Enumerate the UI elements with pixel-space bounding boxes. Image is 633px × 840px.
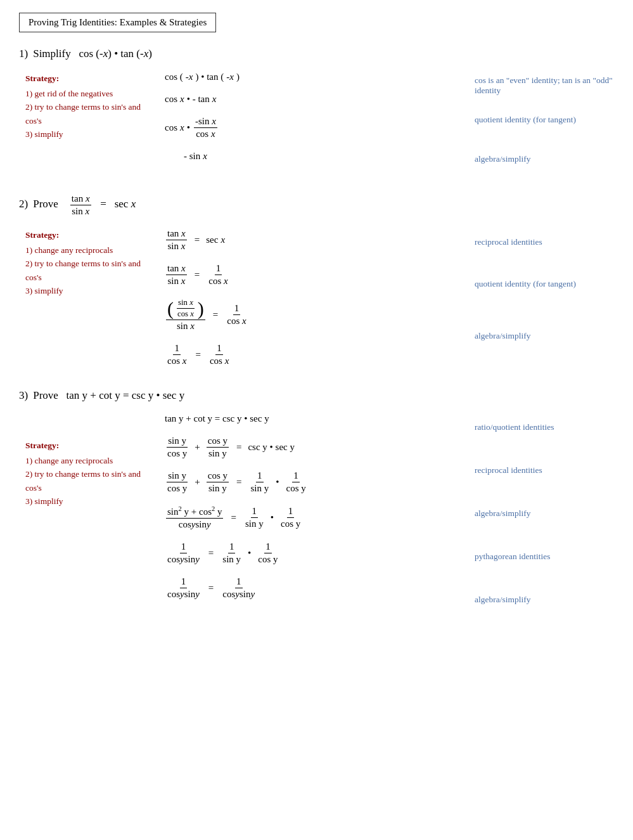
- problem-3-title: Prove tan y + cot y = csc y • sec y: [33, 389, 184, 402]
- problem-3-math: tan y + cot y = csc y • sec y sin y cos …: [165, 413, 456, 611]
- math-3-step2: sin y cos y + cos y sin y = csc y • sec …: [165, 436, 456, 459]
- strategy-title-1: Strategy:: [25, 72, 146, 86]
- problem-1-math: cos (-x) • tan (-x) cos x • - tan x cos …: [165, 72, 456, 171]
- annotation-1-3: algebra/simplify: [475, 148, 614, 171]
- math-3-step3: sin y cos y + cos y sin y = 1 sin y • 1 …: [165, 470, 456, 494]
- problem-3-content: Strategy: 1) change any reciprocals 2) t…: [19, 413, 614, 611]
- problem-2-annotations: reciprocal identities quotient identity …: [475, 228, 614, 366]
- problem-1-header: 1) Simplify cos (-x) • tan (-x): [19, 48, 614, 60]
- problem-2-strategy: Strategy: 1) change any reciprocals 2) t…: [25, 228, 146, 366]
- strategy-title-3: Strategy:: [25, 439, 146, 453]
- problem-3-annotations: ratio/quotient identities reciprocal ide…: [475, 413, 614, 611]
- annotation-3-2: reciprocal identities: [475, 459, 614, 482]
- problem-1-title: Simplify cos (-x) • tan (-x): [33, 48, 152, 60]
- problem-1-content: Strategy: 1) get rid of the negatives 2)…: [19, 72, 614, 171]
- annotation-1-1: cos is an "even" identity; tan is an "od…: [475, 74, 614, 97]
- strategy-step-1-3: 3) simplify: [25, 127, 146, 141]
- math-1-step1: cos (-x) • tan (-x): [165, 72, 456, 82]
- problem-3-num: 3): [19, 389, 28, 402]
- annotation-1-2: quotient identity (for tangent): [475, 108, 614, 131]
- math-1-step3: cos x • -sin x cos x: [165, 116, 456, 139]
- title-text: Proving Trig Identities: Examples & Stra…: [29, 17, 207, 27]
- problem-2-header: 2) Prove tan x sin x = sec x: [19, 193, 614, 217]
- math-3-step6: 1 cosysiny = 1 cosysiny: [165, 576, 456, 600]
- math-1-step4: - sin x: [165, 151, 456, 162]
- strategy-step-2-2: 2) try to change terms to sin's and cos'…: [25, 257, 146, 284]
- math-3-step4: sin2 y + cos2 y cosysiny = 1 sin y • 1 c…: [165, 505, 456, 530]
- math-3-step5: 1 cosysiny = 1 sin y • 1 cos y: [165, 541, 456, 565]
- problem-2-title: Prove tan x sin x = sec x: [33, 193, 136, 217]
- problem-2-num: 2): [19, 198, 28, 210]
- strategy-step-3-3: 3) simplify: [25, 494, 146, 508]
- problem-2-math: tan x sin x = sec x tan x sin x = 1 cos …: [165, 228, 456, 366]
- annotation-2-2: quotient identity (for tangent): [475, 273, 614, 295]
- problem-3: 3) Prove tan y + cot y = csc y • sec y S…: [19, 389, 614, 611]
- math-2-step4: 1 cos x = 1 cos x: [165, 343, 456, 366]
- strategy-step-3-2: 2) try to change terms to sin's and cos'…: [25, 467, 146, 494]
- annotation-3-4: pythagorean identities: [475, 545, 614, 568]
- problem-1: 1) Simplify cos (-x) • tan (-x) Strategy…: [19, 48, 614, 171]
- annotation-3-5: algebra/simplify: [475, 588, 614, 611]
- strategy-step-3-1: 1) change any reciprocals: [25, 454, 146, 468]
- strategy-step-1-2: 2) try to change terms to sin's and cos'…: [25, 100, 146, 127]
- annotation-3-1: ratio/quotient identities: [475, 416, 614, 439]
- frac-sinx-cosx: -sin x cos x: [194, 116, 217, 139]
- problem-1-strategy: Strategy: 1) get rid of the negatives 2)…: [25, 72, 146, 171]
- problem-3-strategy: Strategy: 1) change any reciprocals 2) t…: [25, 413, 146, 611]
- strategy-step-2-1: 1) change any reciprocals: [25, 243, 146, 257]
- problem-2-content: Strategy: 1) change any reciprocals 2) t…: [19, 228, 614, 366]
- problem-3-header: 3) Prove tan y + cot y = csc y • sec y: [19, 389, 614, 402]
- math-1-step2: cos x • - tan x: [165, 94, 456, 105]
- annotation-2-1: reciprocal identities: [475, 231, 614, 254]
- math-2-step3: ( sin x cos x ) sin x = 1 cos x: [165, 298, 456, 332]
- strategy-step-2-3: 3) simplify: [25, 284, 146, 298]
- annotation-2-3: algebra/simplify: [475, 325, 614, 347]
- problem-1-num: 1): [19, 48, 28, 60]
- page-title: Proving Trig Identities: Examples & Stra…: [19, 13, 216, 32]
- math-3-step1: tan y + cot y = csc y • sec y: [165, 413, 456, 424]
- strategy-step-1-1: 1) get rid of the negatives: [25, 87, 146, 101]
- annotation-3-3: algebra/simplify: [475, 502, 614, 525]
- problem-2: 2) Prove tan x sin x = sec x Strategy: 1…: [19, 193, 614, 366]
- math-2-step1: tan x sin x = sec x: [165, 228, 456, 252]
- math-2-step2: tan x sin x = 1 cos x: [165, 263, 456, 287]
- problem-1-annotations: cos is an "even" identity; tan is an "od…: [475, 72, 614, 171]
- strategy-title-2: Strategy:: [25, 228, 146, 242]
